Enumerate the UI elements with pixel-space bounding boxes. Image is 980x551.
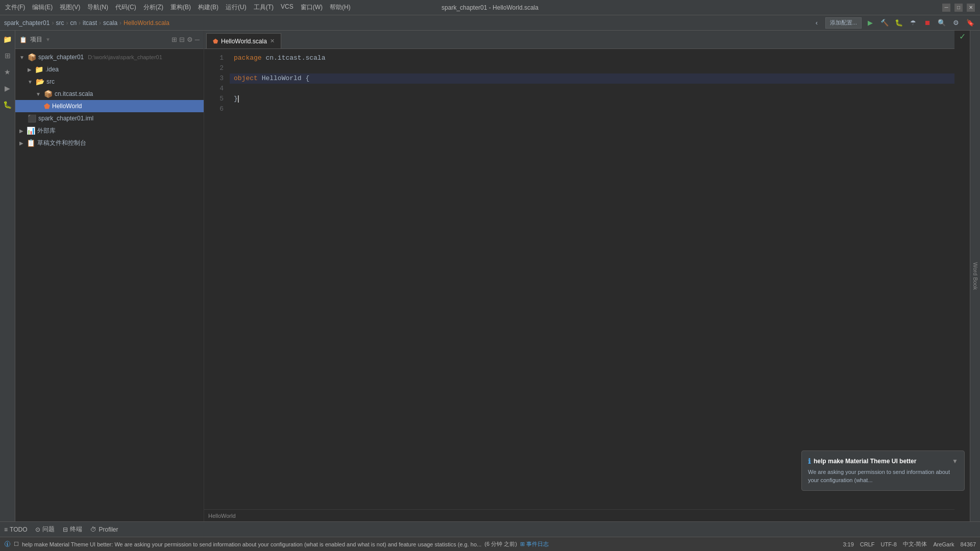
menu-view[interactable]: 视图(V)	[60, 3, 80, 12]
bottom-problems[interactable]: ⊙ 问题	[35, 525, 55, 534]
project-path: D:\work\java\spark_chapter01	[88, 54, 162, 60]
status-locale[interactable]: 中文-简体	[903, 540, 927, 548]
bottom-todo[interactable]: ≡ TODO	[4, 526, 27, 533]
arrow-icon: ▼	[28, 79, 33, 85]
tree-item-helloworld[interactable]: ⬟ HelloWorld	[15, 100, 204, 112]
bottom-profiler[interactable]: ⏱ Profiler	[90, 526, 118, 533]
notif-title: help make Material Theme UI better	[814, 458, 916, 465]
menu-analyze[interactable]: 分析(Z)	[143, 3, 163, 12]
problems-label: 问题	[42, 525, 55, 534]
arrow-icon: ▶	[19, 128, 23, 134]
panel-header-icons: ⊞ ⊟ ⚙ ─	[172, 36, 200, 43]
external-lib-icon: 📊	[27, 127, 35, 135]
menu-vcs[interactable]: VCS	[281, 3, 293, 12]
breadcrumb-project[interactable]: spark_chapter01	[4, 19, 50, 27]
menu-file[interactable]: 文件(F)	[5, 3, 25, 12]
code-editor[interactable]: 1 2 3 4 5 6 package cn.itcast.scala obje…	[204, 49, 954, 509]
scratch-label: 草稿文件和控制台	[37, 139, 86, 147]
line-numbers: 1 2 3 4 5 6	[204, 49, 230, 509]
menu-window[interactable]: 窗口(W)	[301, 3, 323, 12]
status-theme[interactable]: AreGark	[933, 541, 954, 547]
breadcrumb-file[interactable]: HelloWorld.scala	[124, 19, 169, 27]
bookmark-button[interactable]: 🔖	[965, 17, 976, 29]
debug-tool-button[interactable]: 🐛	[1, 98, 14, 111]
todo-label: TODO	[10, 526, 27, 533]
menu-edit[interactable]: 编辑(E)	[32, 3, 53, 12]
status-crlf[interactable]: CRLF	[860, 541, 875, 547]
editor-status-bar: HelloWorld	[204, 509, 954, 521]
settings-button[interactable]: ⚙	[950, 17, 962, 29]
debug-button[interactable]: 🐛	[893, 17, 904, 29]
stop-button[interactable]: ⏹	[922, 17, 933, 29]
status-notification-text: help make Material Theme UI better: We a…	[22, 541, 481, 547]
breadcrumb-itcast[interactable]: itcast	[83, 19, 97, 27]
hide-icon[interactable]: ─	[195, 36, 200, 43]
tree-item-iml[interactable]: ⬛ spark_chapter01.iml	[15, 112, 204, 124]
menu-help[interactable]: 帮助(H)	[330, 3, 351, 12]
package-label: cn.itcast.scala	[55, 90, 93, 97]
build-button[interactable]: 🔨	[879, 17, 890, 29]
notif-close-button[interactable]: ▼	[952, 458, 958, 465]
breadcrumb: spark_chapter01 › src › cn › itcast › sc…	[4, 19, 169, 27]
bottom-terminal[interactable]: ⊟ 终端	[63, 525, 82, 534]
breadcrumb-src[interactable]: src	[56, 19, 64, 27]
search-everywhere-button[interactable]: 🔍	[936, 17, 947, 29]
package-name: cn.itcast.scala	[265, 53, 325, 63]
status-memory[interactable]: 84367	[960, 541, 976, 547]
menu-bar[interactable]: 文件(F) 编辑(E) 视图(V) 导航(N) 代码(C) 分析(Z) 重构(B…	[5, 3, 351, 12]
tree-item-idea[interactable]: ▶ 📁 .idea	[15, 63, 204, 76]
window-title: spark_chapter01 - HelloWorld.scala	[442, 4, 538, 11]
code-line-4	[230, 84, 954, 94]
expand-all-icon[interactable]: ⊞	[172, 36, 177, 43]
word-book-panel[interactable]: Word Book	[970, 31, 980, 521]
menu-code[interactable]: 代码(C)	[115, 3, 136, 12]
menu-build[interactable]: 构建(B)	[198, 3, 218, 12]
code-line-3: object HelloWorld {	[230, 73, 954, 84]
code-content[interactable]: package cn.itcast.scala object HelloWorl…	[230, 49, 954, 509]
line-num-6: 6	[204, 104, 224, 114]
maximize-button[interactable]: □	[954, 4, 963, 12]
tree-item-scratch[interactable]: ▶ 📋 草稿文件和控制台	[15, 137, 204, 149]
menu-refactor[interactable]: 重构(B)	[170, 3, 191, 12]
tree-item-package[interactable]: ▼ 📦 cn.itcast.scala	[15, 88, 204, 100]
window-controls[interactable]: ─ □ ✕	[942, 4, 975, 12]
terminal-icon: ⊟	[63, 526, 68, 533]
status-right: 3:19 CRLF UTF-8 中文-简体 AreGark 84367	[843, 540, 976, 548]
menu-run[interactable]: 运行(U)	[226, 3, 247, 12]
collapse-all-icon[interactable]: ⊟	[179, 36, 185, 43]
coverage-button[interactable]: ☂	[908, 17, 919, 29]
status-encoding[interactable]: UTF-8	[881, 541, 897, 547]
project-tool-button[interactable]: 📁	[1, 33, 14, 46]
tree-item-external[interactable]: ▶ 📊 外部库	[15, 124, 204, 137]
close-button[interactable]: ✕	[967, 4, 975, 12]
arrow-icon: ▶	[28, 67, 32, 72]
add-config-button[interactable]: 添加配置...	[825, 17, 862, 29]
tab-close-button[interactable]: ✕	[270, 38, 275, 44]
run-button[interactable]: ▶	[865, 17, 876, 29]
run-tool-button[interactable]: ▶	[1, 82, 14, 95]
status-checkbox: ☐	[14, 541, 19, 547]
tree-item-src[interactable]: ▼ 📂 src	[15, 76, 204, 88]
tab-helloworld[interactable]: ⬟ HelloWorld.scala ✕	[206, 33, 281, 48]
status-event-log-link[interactable]: ⊞ 事件日志	[520, 540, 549, 548]
breadcrumb-cn[interactable]: cn	[70, 19, 77, 27]
minimize-button[interactable]: ─	[942, 4, 950, 12]
project-panel: 📋 项目 ▼ ⊞ ⊟ ⚙ ─ ▼ 📦 spark_chapter01 D:\wo…	[15, 31, 204, 521]
problems-icon: ⊙	[35, 526, 40, 533]
arrow-icon: ▼	[19, 55, 24, 60]
menu-navigate[interactable]: 导航(N)	[87, 3, 108, 12]
main-area: 📁 ⊞ ★ ▶ 🐛 📋 项目 ▼ ⊞ ⊟ ⚙ ─ ▼ 📦 spark_chapt…	[0, 31, 980, 521]
helloworld-label: HelloWorld	[52, 103, 82, 110]
status-line-col[interactable]: 3:19	[843, 541, 853, 547]
breadcrumb-scala[interactable]: scala	[103, 19, 117, 27]
navigate-back-button[interactable]: ‹	[811, 17, 822, 29]
editor-area: ⬟ HelloWorld.scala ✕ 1 2 3 4 5 6 package…	[204, 31, 954, 521]
arrow-icon: ▼	[36, 91, 41, 97]
terminal-label: 终端	[70, 525, 82, 534]
project-dropdown-icon[interactable]: ▼	[45, 37, 51, 42]
menu-tools[interactable]: 工具(T)	[254, 3, 274, 12]
structure-tool-button[interactable]: ⊞	[1, 49, 14, 62]
gear-icon[interactable]: ⚙	[187, 36, 193, 43]
tree-root-project[interactable]: ▼ 📦 spark_chapter01 D:\work\java\spark_c…	[15, 51, 204, 63]
favorites-tool-button[interactable]: ★	[1, 65, 14, 79]
